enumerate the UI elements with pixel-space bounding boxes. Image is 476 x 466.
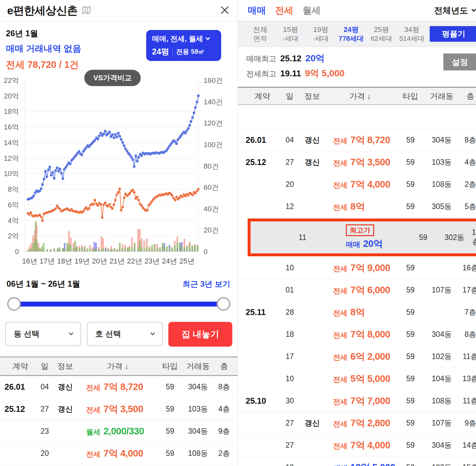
- price-type-label: 전세: [333, 353, 347, 362]
- svg-text:100건: 100건: [204, 141, 223, 149]
- svg-text:12억: 12억: [4, 154, 19, 162]
- chevron-down-icon: [206, 36, 210, 40]
- tab-jeonse[interactable]: 전세: [275, 4, 293, 17]
- dong-select[interactable]: 동 선택: [5, 322, 81, 346]
- area-tab-1[interactable]: 15평-세대: [275, 25, 306, 43]
- cell-dong: 304동: [424, 135, 459, 145]
- price-type-label: 전세: [333, 136, 347, 146]
- table-row[interactable]: 01전세7억 6,00059107동17층: [238, 279, 476, 301]
- table-row[interactable]: 27전세7억 4,00059304동14층: [238, 434, 476, 457]
- ho-select-value: 호 선택: [95, 329, 121, 339]
- cell-floor: 13층: [472, 228, 476, 247]
- unit-filter-button[interactable]: 매매, 전세, 월세 24평전용 59㎡: [146, 30, 221, 61]
- cell-type: 59: [396, 441, 424, 450]
- table-row[interactable]: 20전세7억 4,00059108동2층: [0, 443, 238, 465]
- cell-contract-date: 25.10: [246, 396, 279, 406]
- cell-price: 전세7억 8,720: [77, 381, 159, 394]
- table-row[interactable]: 11최고가매매20억59302동13층: [248, 218, 476, 256]
- table-row[interactable]: 10전세5억 5,00059104동13층: [238, 368, 476, 390]
- area-tab-0[interactable]: 전체면적: [245, 25, 275, 43]
- cell-floor: 7층: [459, 307, 476, 317]
- pyeong-expand-button[interactable]: 평풀기: [430, 26, 476, 42]
- cell-floor: 15층: [459, 462, 476, 466]
- area-tab-4[interactable]: 25평62세대: [366, 25, 397, 43]
- cell-day: 19: [279, 463, 300, 466]
- vs-compare-button[interactable]: VS가격비교: [84, 70, 141, 86]
- table-row[interactable]: 25.1227갱신전세7억 3,50059103동4층: [0, 398, 238, 420]
- year-filter-dropdown[interactable]: 전체년도: [434, 5, 475, 16]
- header-cell-4[interactable]: 타입: [159, 361, 181, 371]
- cell-floor: 17층: [459, 285, 476, 295]
- area-tab-5[interactable]: 34평514세대: [397, 25, 427, 43]
- header-cell-0[interactable]: 계약: [246, 91, 279, 101]
- table-row[interactable]: 23월세2,000/33059304동9층: [0, 420, 238, 443]
- tab-wolse[interactable]: 월세: [302, 4, 321, 17]
- cell-type: 59: [396, 397, 424, 405]
- settings-button[interactable]: 설정: [443, 53, 476, 70]
- slider-track[interactable]: [11, 302, 226, 307]
- table-row[interactable]: 26.0104갱신전세7억 8,72059304동8층: [238, 129, 476, 151]
- cell-dong: 103동: [181, 404, 215, 414]
- map-icon[interactable]: [82, 5, 91, 16]
- cell-dong: 103동: [424, 462, 459, 466]
- price-type-label: 전세: [333, 180, 347, 190]
- header-cell-3[interactable]: 가격 ↓: [324, 91, 396, 101]
- table-row[interactable]: 25.1227갱신전세7억 3,50059103동4층: [238, 151, 476, 173]
- header-cell-0[interactable]: 계약: [5, 361, 36, 371]
- header-cell-6[interactable]: 층: [215, 361, 234, 371]
- header-cell-2[interactable]: 정보: [300, 91, 324, 101]
- table-row[interactable]: 26.0104갱신전세7억 8,72059304동8층: [0, 376, 238, 398]
- header-cell-5[interactable]: 거래동: [181, 361, 215, 371]
- table-row[interactable]: 10전세7억 9,0005916층: [238, 257, 476, 279]
- header-cell-5[interactable]: 거래동: [424, 91, 459, 101]
- table-row[interactable]: 19매매18억 5,00059103동15층: [238, 457, 476, 466]
- table-row[interactable]: 25.1128전세8억597층: [238, 301, 476, 323]
- cell-price: 전세7억 4,000: [324, 439, 396, 452]
- cell-type: 59: [396, 263, 424, 272]
- cell-day: 27: [279, 158, 300, 167]
- header-cell-1[interactable]: 일: [36, 361, 54, 371]
- ho-select[interactable]: 호 선택: [87, 322, 163, 346]
- price-type-label: 전세: [86, 405, 100, 415]
- header-cell-2[interactable]: 정보: [54, 361, 77, 371]
- transactions-table-right: 26.0104갱신전세7억 8,72059304동8층25.1227갱신전세7억…: [238, 105, 476, 466]
- table-row[interactable]: 25.1030전세7억 7,00059108동11층: [238, 390, 476, 412]
- table-row[interactable]: 27갱신전세7억 2,80059107동9층: [238, 412, 476, 434]
- price-volume-chart: 22억20억18억16억14억12억10억8억6억4억2억0160건140건12…: [0, 77, 238, 270]
- price-value: 20억: [363, 237, 383, 250]
- close-icon[interactable]: [219, 5, 230, 17]
- cell-info: 갱신: [54, 382, 77, 392]
- cell-floor: 2층: [459, 179, 476, 189]
- table-row[interactable]: 17전세6억 2,00059102동11층: [238, 346, 476, 368]
- tab-sale[interactable]: 매매: [248, 4, 266, 17]
- area-tab-line2: -세대: [306, 34, 336, 43]
- cell-dong: 304동: [181, 426, 215, 436]
- svg-text:23년: 23년: [145, 257, 160, 265]
- cell-floor: 5층: [459, 202, 476, 212]
- header-cell-1[interactable]: 일: [279, 91, 300, 101]
- header-cell-3[interactable]: 가격 ↓: [77, 361, 159, 371]
- price-type-label: 매매: [346, 240, 360, 249]
- area-tab-line1: 19평: [306, 25, 336, 34]
- header-cell-4[interactable]: 타입: [396, 91, 424, 101]
- highest-price-badge: 최고가: [346, 224, 374, 236]
- price-type-label: 전세: [86, 383, 100, 393]
- filter-pyeong-label: 24평: [152, 46, 169, 57]
- cell-contract-date: 26.01: [5, 382, 36, 392]
- cell-price: 전세7억 2,800: [324, 417, 396, 430]
- list-home-button[interactable]: 집 내놓기: [168, 322, 232, 347]
- slider-handle-left[interactable]: [7, 297, 21, 311]
- price-type-label: 전세: [333, 441, 347, 451]
- table-row[interactable]: 20전세7억 4,00059108동2층: [238, 173, 476, 196]
- area-tab-2[interactable]: 19평-세대: [306, 25, 336, 43]
- slider-handle-right[interactable]: [217, 297, 230, 311]
- area-tab-3[interactable]: 24평778세대: [336, 25, 366, 43]
- header-cell-6[interactable]: 층: [459, 91, 476, 101]
- cell-dong: 104동: [424, 374, 459, 384]
- recent-3y-link[interactable]: 최근 3년 보기: [182, 279, 230, 289]
- table-row[interactable]: 18전세7억 8,00059304동8층: [238, 323, 476, 346]
- chevron-down-icon: [471, 7, 476, 12]
- cell-floor: 8층: [215, 382, 234, 392]
- svg-text:16억: 16억: [4, 123, 19, 131]
- table-row[interactable]: 12전세8억59305동5층: [238, 196, 476, 218]
